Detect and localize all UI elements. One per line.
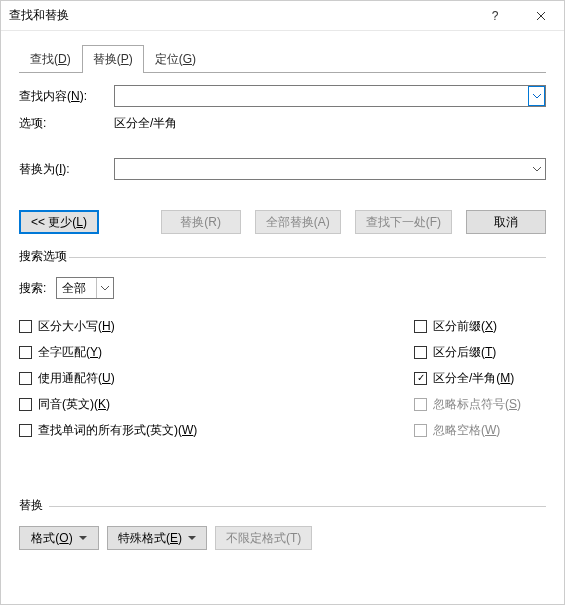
chevron-down-icon (533, 167, 541, 172)
checkbox-row: 忽略空格(W) (414, 417, 546, 443)
replace-all-button[interactable]: 全部替换(A) (255, 210, 341, 234)
search-direction-combo[interactable]: 全部 (56, 277, 114, 299)
check-columns: 区分大小写(H)全字匹配(Y)使用通配符(U)同音(英文)(K)查找单词的所有形… (19, 313, 546, 443)
checkbox-row[interactable]: 查找单词的所有形式(英文)(W) (19, 417, 414, 443)
replace-label: 替换为(I): (19, 161, 114, 178)
checkbox-box[interactable] (414, 346, 427, 359)
checkbox-label: 查找单词的所有形式(英文)(W) (38, 422, 197, 439)
checkbox-label: 同音(英文)(K) (38, 396, 110, 413)
checkbox-label: 区分前缀(X) (433, 318, 497, 335)
find-field (114, 85, 546, 107)
checkbox-box (414, 424, 427, 437)
format-buttons: 格式(O) 特殊格式(E) 不限定格式(T) (19, 526, 546, 550)
format-button[interactable]: 格式(O) (19, 526, 99, 550)
checkbox-row[interactable]: 全字匹配(Y) (19, 339, 414, 365)
checkbox-label: 全字匹配(Y) (38, 344, 102, 361)
checkbox-label: 使用通配符(U) (38, 370, 115, 387)
checkbox-box[interactable] (19, 320, 32, 333)
checkbox-label: 忽略空格(W) (433, 422, 500, 439)
checkbox-row[interactable]: 区分前缀(X) (414, 313, 546, 339)
find-next-button[interactable]: 查找下一处(F) (355, 210, 452, 234)
checkbox-row[interactable]: 区分后缀(T) (414, 339, 546, 365)
find-input[interactable] (114, 85, 546, 107)
tabstrip: 查找(D) 替换(P) 定位(G) (1, 31, 564, 73)
help-button[interactable]: ? (472, 1, 518, 31)
replace-format-section: 替换 格式(O) 特殊格式(E) 不限定格式(T) (19, 497, 546, 550)
checkbox-box[interactable] (414, 320, 427, 333)
checkbox-box (414, 398, 427, 411)
search-direction-row: 搜索: 全部 (19, 277, 546, 299)
find-label: 查找内容(N): (19, 88, 114, 105)
replace-row: 替换为(I): (19, 158, 546, 180)
checkbox-row[interactable]: 使用通配符(U) (19, 365, 414, 391)
replace-dropdown-button[interactable] (528, 159, 545, 179)
dialog-title: 查找和替换 (9, 7, 472, 24)
tab-replace[interactable]: 替换(P) (82, 45, 144, 73)
checks-right: 区分前缀(X)区分后缀(T)✓区分全/半角(M)忽略标点符号(S)忽略空格(W) (414, 313, 546, 443)
find-row: 查找内容(N): (19, 85, 546, 107)
tab-find[interactable]: 查找(D) (19, 45, 82, 73)
checkbox-label: 忽略标点符号(S) (433, 396, 521, 413)
options-value: 区分全/半角 (114, 115, 177, 132)
search-options-group: 搜索选项 (19, 248, 546, 265)
checkbox-label: 区分大小写(H) (38, 318, 115, 335)
chevron-down-icon (533, 94, 541, 99)
close-icon (536, 11, 546, 21)
titlebar: 查找和替换 ? (1, 1, 564, 31)
checkbox-box[interactable] (19, 372, 32, 385)
close-button[interactable] (518, 1, 564, 31)
checkbox-box[interactable] (19, 398, 32, 411)
checkbox-box[interactable] (19, 424, 32, 437)
checkbox-label: 区分全/半角(M) (433, 370, 514, 387)
options-summary: 选项: 区分全/半角 (19, 115, 546, 132)
checkbox-row: 忽略标点符号(S) (414, 391, 546, 417)
replace-field (114, 158, 546, 180)
checkbox-row[interactable]: ✓区分全/半角(M) (414, 365, 546, 391)
replace-one-button[interactable]: 替换(R) (161, 210, 241, 234)
search-label: 搜索: (19, 280, 46, 297)
no-format-button: 不限定格式(T) (215, 526, 312, 550)
cancel-button[interactable]: 取消 (466, 210, 546, 234)
replace-group-label: 替换 (19, 497, 546, 514)
special-format-button[interactable]: 特殊格式(E) (107, 526, 207, 550)
search-direction-value: 全部 (62, 280, 86, 297)
tab-goto[interactable]: 定位(G) (144, 45, 207, 73)
chevron-down-icon (101, 286, 109, 291)
less-button[interactable]: << 更少(L) (19, 210, 99, 234)
checkbox-box[interactable] (19, 346, 32, 359)
action-buttons: << 更少(L) 替换(R) 全部替换(A) 查找下一处(F) 取消 (19, 210, 546, 234)
checkbox-row[interactable]: 区分大小写(H) (19, 313, 414, 339)
checks-left: 区分大小写(H)全字匹配(Y)使用通配符(U)同音(英文)(K)查找单词的所有形… (19, 313, 414, 443)
search-direction-arrow[interactable] (96, 278, 113, 298)
content: 查找内容(N): 选项: 区分全/半角 替换为(I): << 更少(L) (1, 73, 564, 550)
options-label: 选项: (19, 115, 114, 132)
checkbox-label: 区分后缀(T) (433, 344, 496, 361)
find-dropdown-button[interactable] (528, 86, 545, 106)
checkbox-box[interactable]: ✓ (414, 372, 427, 385)
checkbox-row[interactable]: 同音(英文)(K) (19, 391, 414, 417)
replace-input[interactable] (114, 158, 546, 180)
